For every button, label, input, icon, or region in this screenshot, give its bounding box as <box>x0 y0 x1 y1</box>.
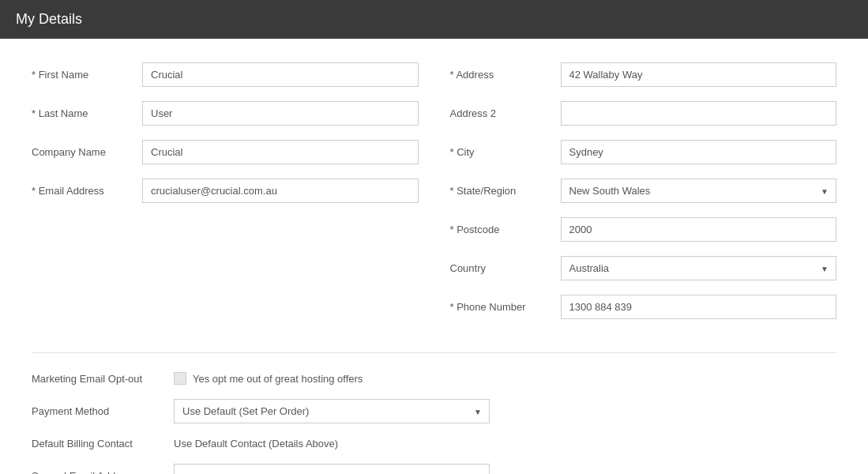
company-name-input[interactable] <box>142 140 419 164</box>
payment-select[interactable]: Use Default (Set Per Order) Credit Card … <box>174 399 490 423</box>
second-email-label: Second Email Address <box>32 470 174 474</box>
address-input[interactable] <box>561 62 837 87</box>
page-title: My Details <box>16 11 82 27</box>
city-row: * City <box>450 140 837 164</box>
address2-label: Address 2 <box>450 107 561 119</box>
last-name-input[interactable] <box>142 101 419 126</box>
payment-row: Payment Method Use Default (Set Per Orde… <box>32 399 836 423</box>
country-select-wrapper: Australia New Zealand United States Unit… <box>561 256 837 280</box>
address-row: * Address <box>450 62 837 87</box>
marketing-checkbox-wrapper: Yes opt me out of great hosting offers <box>174 372 363 385</box>
email-address-label: * Email Address <box>32 185 142 197</box>
company-name-label: Company Name <box>32 146 142 158</box>
address-label: * Address <box>450 69 561 81</box>
state-select[interactable]: New South Wales Victoria Queensland West… <box>561 179 837 203</box>
payment-select-wrapper: Use Default (Set Per Order) Credit Card … <box>174 399 490 423</box>
right-column: * Address Address 2 * City * State/Regio… <box>450 62 837 333</box>
email-address-row: * Email Address <box>32 179 419 203</box>
email-address-input[interactable] <box>142 179 419 203</box>
first-name-input[interactable] <box>142 62 419 87</box>
payment-label: Payment Method <box>32 405 174 417</box>
phone-row: * Phone Number <box>450 295 837 319</box>
postcode-input[interactable] <box>561 217 837 242</box>
phone-label: * Phone Number <box>450 301 561 313</box>
postcode-label: * Postcode <box>450 224 561 235</box>
state-label: * State/Region <box>450 185 561 197</box>
state-row: * State/Region New South Wales Victoria … <box>450 179 837 203</box>
second-email-row: Second Email Address <box>32 464 836 474</box>
second-email-input[interactable] <box>174 464 490 474</box>
postcode-row: * Postcode <box>450 217 837 242</box>
country-label: Country <box>450 262 561 274</box>
billing-row: Default Billing Contact Use Default Cont… <box>32 438 836 450</box>
left-column: * First Name * Last Name Company Name * … <box>32 62 419 333</box>
billing-label: Default Billing Contact <box>32 438 174 450</box>
company-name-row: Company Name <box>32 140 419 164</box>
country-row: Country Australia New Zealand United Sta… <box>450 256 837 280</box>
address2-input[interactable] <box>561 101 837 126</box>
marketing-checkbox[interactable] <box>174 372 186 385</box>
bottom-section: Marketing Email Opt-out Yes opt me out o… <box>32 372 836 474</box>
state-select-wrapper: New South Wales Victoria Queensland West… <box>561 179 837 203</box>
billing-contact-text: Use Default Contact (Details Above) <box>174 438 338 450</box>
marketing-row: Marketing Email Opt-out Yes opt me out o… <box>32 372 836 385</box>
first-name-label: * First Name <box>32 69 142 81</box>
address2-row: Address 2 <box>450 101 837 126</box>
divider <box>32 352 836 353</box>
first-name-row: * First Name <box>32 62 419 87</box>
marketing-checkbox-label: Yes opt me out of great hosting offers <box>193 373 363 385</box>
last-name-row: * Last Name <box>32 101 419 126</box>
city-label: * City <box>450 146 561 158</box>
last-name-label: * Last Name <box>32 107 142 119</box>
country-select[interactable]: Australia New Zealand United States Unit… <box>561 256 837 280</box>
marketing-label: Marketing Email Opt-out <box>32 373 174 385</box>
header: My Details <box>0 0 868 39</box>
city-input[interactable] <box>561 140 837 164</box>
phone-input[interactable] <box>561 295 837 319</box>
